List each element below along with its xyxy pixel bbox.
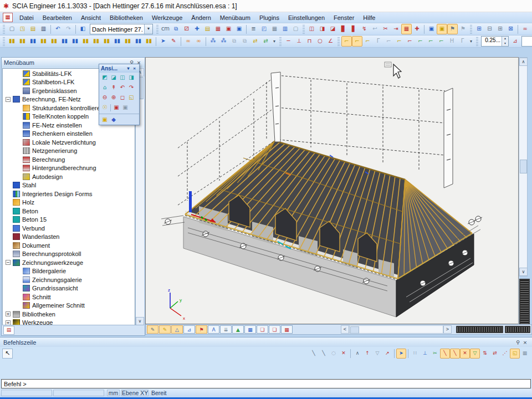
tree-item[interactable]: Dokument	[3, 241, 135, 250]
snap-line-length-icon[interactable]: ╲	[319, 349, 329, 359]
dark-horizontal-bar[interactable]	[456, 326, 503, 333]
chevron-down-icon[interactable]: ▼	[144, 24, 152, 34]
connection-10-icon[interactable]: ⌐	[436, 36, 447, 47]
cursor-select-icon[interactable]: ➤	[396, 349, 406, 359]
command-input[interactable]	[1, 379, 531, 388]
snap-edge-mid-icon[interactable]: ▽	[372, 349, 382, 359]
status-unit[interactable]: mm	[107, 390, 120, 396]
show-grid-icon[interactable]: ▮▮	[122, 36, 133, 47]
collapse-icon[interactable]: −	[6, 97, 11, 102]
collapse-icon[interactable]: −	[6, 260, 11, 265]
connection-3-icon[interactable]: ⌐	[362, 36, 373, 47]
photo-render-icon[interactable]: ▣	[437, 24, 447, 34]
chevron-down-icon[interactable]: ▾	[125, 66, 131, 71]
render-pen-icon[interactable]: ✎	[159, 325, 171, 334]
window-cascade-icon[interactable]: ⊟	[484, 24, 495, 34]
connection-2-icon[interactable]: ⌐	[352, 36, 362, 47]
connection-8-icon[interactable]: ⌐	[415, 36, 426, 47]
spinner-down-icon[interactable]: ▼	[502, 42, 508, 47]
scroll-down-icon[interactable]: ∨	[136, 317, 144, 325]
show-node-labels-icon[interactable]: ▮▮	[59, 36, 70, 47]
fe-mesh-icon[interactable]: ▦	[213, 24, 223, 34]
viewport-vscrollbar[interactable]: ∧ ∨	[519, 57, 528, 277]
snap-ortho-2-icon[interactable]: ⇄	[490, 349, 500, 359]
print-preview-icon[interactable]: ◰	[259, 24, 269, 34]
couple-nodes-icon[interactable]: ⁂	[208, 36, 218, 47]
snap-direction-icon[interactable]: ↗	[382, 349, 392, 359]
light-toggle-icon[interactable]: ☉	[100, 103, 109, 112]
draw-angle-icon[interactable]: ∠	[325, 36, 336, 47]
binocular-far-icon[interactable]: ∞	[193, 36, 204, 47]
dimension-bracket-icon[interactable]: ⊓	[304, 36, 315, 47]
snap-angle-icon[interactable]: ⊿	[510, 36, 520, 47]
binocular-near-icon[interactable]: ∞	[183, 36, 193, 47]
dark-horizontal-bar[interactable]	[505, 326, 530, 333]
toolbar-overflow-chevron-down-icon[interactable]: ▾	[271, 37, 278, 46]
tree-item[interactable]: Wanderlasten	[3, 233, 135, 242]
snap-ucs-icon[interactable]: ⊥	[420, 349, 430, 359]
pointer-mode-button[interactable]: ↖	[2, 349, 13, 359]
tree-item[interactable]: Schnitt	[3, 293, 135, 301]
window-split-icon[interactable]: ⊞	[495, 24, 505, 34]
rotate-pair-icon[interactable]: ⇄	[260, 36, 271, 47]
snap-circle-icon[interactable]: ◌	[329, 349, 339, 359]
calculation-results-icon[interactable]: ▣	[234, 24, 244, 34]
tree-item[interactable]: Netzgenerierung	[3, 147, 135, 156]
connection-11-icon[interactable]: H	[447, 36, 457, 47]
image-print-icon[interactable]: ▣	[121, 103, 130, 112]
member-release-icon[interactable]: ↩	[370, 24, 380, 34]
dimension-line-icon[interactable]: ⊥	[294, 36, 304, 47]
project-combo[interactable]: Dach Hettinger 27.▼	[90, 24, 153, 34]
tree-item[interactable]: Berechnungsprotokoll	[3, 250, 135, 259]
viewport-3d[interactable]: zyx	[145, 57, 519, 324]
results-flag-icon[interactable]: ⚑	[196, 325, 207, 334]
member-grid-icon[interactable]: ▦	[401, 24, 412, 34]
copy-attributes-icon[interactable]: ⧉	[229, 36, 239, 47]
couple-members-icon[interactable]: ⁂	[218, 36, 229, 47]
show-layers-icon[interactable]: ▮▮	[133, 36, 144, 47]
tree-item[interactable]: Hintergrundberechnung	[3, 164, 135, 173]
save-all-icon[interactable]: ▤	[28, 24, 38, 34]
toolbar-grip[interactable]	[156, 25, 158, 34]
hscroll-right-icon[interactable]: >	[443, 325, 452, 334]
menu-datei[interactable]: Datei	[15, 13, 38, 22]
connection-12-icon[interactable]: Γ	[457, 36, 468, 47]
menu-bearbeiten[interactable]: Bearbeiten	[38, 13, 76, 22]
member-extend-icon[interactable]: ⇥	[391, 24, 401, 34]
shaded-toggle-icon[interactable]: ⚑	[458, 24, 468, 34]
tree-item[interactable]: Zeichnungsgalerie	[3, 275, 135, 284]
draw-circle-icon[interactable]: ○	[315, 36, 325, 47]
tree-item[interactable]: Bildergalerie	[3, 267, 135, 276]
tree-item[interactable]: Allgemeiner Schnitt	[3, 301, 135, 310]
close-icon[interactable]: ×	[521, 340, 529, 345]
zoom-all-icon[interactable]: ◱	[127, 93, 136, 102]
connection-5-icon[interactable]: ⌐	[383, 36, 394, 47]
pin-icon[interactable]: ⚲	[514, 340, 521, 345]
spin1-spinner[interactable]: 0.25...▲▼	[481, 36, 509, 47]
dark-vertical-bar[interactable]	[519, 279, 530, 325]
loads-display-icon[interactable]: ⇊	[220, 325, 232, 334]
show-results-icon[interactable]: ▮▮	[101, 36, 112, 47]
member-nonlinear-icon[interactable]: ↯	[359, 24, 370, 34]
axonometry-view-icon[interactable]: △	[171, 325, 183, 334]
select-modify-icon[interactable]: ✎	[168, 36, 179, 47]
scroll-up-icon[interactable]: ∧	[519, 58, 528, 66]
project-window-icon[interactable]: ◧	[78, 24, 88, 34]
toolbar-grip[interactable]	[3, 37, 5, 46]
undo-icon[interactable]: ↶	[53, 24, 63, 34]
toolbar-grip[interactable]	[337, 37, 340, 46]
tree-item[interactable]: +Bibliotheken	[3, 310, 135, 319]
open-project-icon[interactable]: ◳	[17, 24, 28, 34]
view-side-icon[interactable]: ◫	[118, 73, 127, 82]
structure-display-icon[interactable]: ▲	[232, 325, 244, 334]
show-supports-icon[interactable]: ▮▮	[38, 36, 49, 47]
perspective-view-icon[interactable]: ⊿	[183, 325, 195, 334]
gallery-icon[interactable]: ▢	[290, 24, 301, 34]
member-haunch-icon[interactable]: ◪	[328, 24, 338, 34]
tree-item[interactable]: −Zeichnungswerkzeuge	[3, 258, 135, 267]
coordinate-system-icon[interactable]: ✚	[192, 24, 202, 34]
snap-delete-icon[interactable]: ✕	[339, 349, 349, 359]
draw-line-icon[interactable]: ─	[283, 36, 294, 47]
zoom-in-icon[interactable]: ⊕	[109, 93, 118, 102]
wireframe-toggle-icon[interactable]: ⚑	[447, 24, 458, 34]
